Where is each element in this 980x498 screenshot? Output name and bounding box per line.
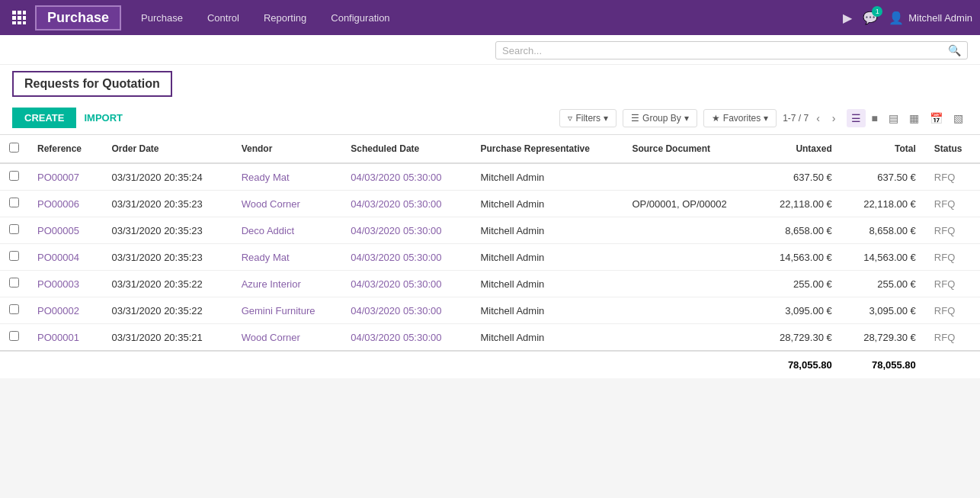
row-status: RFQ [925,271,980,297]
view-icons: ☰ ■ ▤ ▦ 📅 ▧ [847,109,968,127]
row-rep: Mitchell Admin [471,271,623,297]
row-reference[interactable]: PO00003 [28,271,102,297]
favorites-button[interactable]: ★ Favorites ▾ [703,109,777,127]
list-view-button[interactable]: ☰ [847,109,866,127]
calendar-view-button[interactable]: 📅 [925,109,947,127]
favorites-label: Favorites [723,113,761,124]
row-vendor[interactable]: Wood Corner [232,324,342,352]
grid-view-button[interactable]: ▤ [884,109,903,127]
row-source-doc [623,163,757,191]
pagination-text: 1-7 / 7 [783,113,809,124]
footer-spacer [0,351,757,378]
filters-label: Filters [575,113,600,124]
table-row[interactable]: PO00002 03/31/2020 20:35:22 Gemini Furni… [0,297,980,324]
row-vendor[interactable]: Ready Mat [232,163,342,191]
row-checkbox[interactable] [9,171,19,181]
row-untaxed: 3,095.00 € [757,297,841,324]
col-rep[interactable]: Purchase Representative [471,135,623,163]
chart-view-button[interactable]: ▦ [905,109,924,127]
row-checkbox-cell[interactable] [0,217,28,244]
filters-caret-icon: ▾ [604,113,608,124]
row-checkbox-cell[interactable] [0,297,28,324]
table-row[interactable]: PO00004 03/31/2020 20:35:23 Ready Mat 04… [0,244,980,271]
row-untaxed: 8,658.00 € [757,217,841,244]
col-total[interactable]: Total [841,135,925,163]
nav-configuration[interactable]: Configuration [326,9,394,27]
row-checkbox-cell[interactable] [0,324,28,352]
row-order-date: 03/31/2020 20:35:23 [102,191,232,217]
table-row[interactable]: PO00007 03/31/2020 20:35:24 Ready Mat 04… [0,163,980,191]
row-vendor[interactable]: Wood Corner [232,191,342,217]
row-checkbox[interactable] [9,331,19,341]
kanban-view-button[interactable]: ■ [867,109,882,127]
row-scheduled-date: 04/03/2020 05:30:00 [341,271,471,297]
row-vendor[interactable]: Azure Interior [232,271,342,297]
row-scheduled-date: 04/03/2020 05:30:00 [341,217,471,244]
row-status: RFQ [925,217,980,244]
row-reference[interactable]: PO00005 [28,217,102,244]
row-reference[interactable]: PO00001 [28,324,102,352]
row-reference[interactable]: PO00002 [28,297,102,324]
import-button[interactable]: IMPORT [84,112,123,124]
footer-total: 78,055.80 [841,351,925,378]
filters-button[interactable]: ▿ Filters ▾ [559,109,617,127]
nav-control[interactable]: Control [203,9,244,27]
row-checkbox-cell[interactable] [0,163,28,191]
user-menu[interactable]: 👤 Mitchell Admin [889,11,972,25]
table-row[interactable]: PO00005 03/31/2020 20:35:23 Deco Addict … [0,217,980,244]
pagination-prev[interactable]: ‹ [812,109,825,127]
groupby-button[interactable]: ☰ Group By ▾ [623,109,697,127]
col-vendor[interactable]: Vendor [232,135,342,163]
row-checkbox-cell[interactable] [0,271,28,297]
grid-menu-icon[interactable] [8,6,30,29]
row-checkbox[interactable] [9,224,19,234]
col-order-date[interactable]: Order Date [102,135,232,163]
table-row[interactable]: PO00001 03/31/2020 20:35:21 Wood Corner … [0,324,980,352]
pagination-next[interactable]: › [828,109,841,127]
row-checkbox[interactable] [9,278,19,288]
row-vendor[interactable]: Gemini Furniture [232,297,342,324]
chat-icon[interactable]: 💬 1 [863,11,878,25]
chat-badge: 1 [872,6,882,17]
col-status[interactable]: Status [925,135,980,163]
filter-icon: ▿ [568,113,572,124]
row-order-date: 03/31/2020 20:35:22 [102,297,232,324]
row-checkbox-cell[interactable] [0,244,28,271]
row-checkbox-cell[interactable] [0,191,28,217]
row-reference[interactable]: PO00007 [28,163,102,191]
row-reference[interactable]: PO00006 [28,191,102,217]
row-checkbox[interactable] [9,251,19,261]
row-scheduled-date: 04/03/2020 05:30:00 [341,191,471,217]
select-all-header[interactable] [0,135,28,163]
row-total: 637.50 € [841,163,925,191]
search-placeholder: Search... [502,45,948,56]
col-scheduled-date[interactable]: Scheduled Date [341,135,471,163]
row-checkbox[interactable] [9,304,19,314]
toolbar: CREATE IMPORT ▿ Filters ▾ ☰ Group By ▾ ★… [12,103,968,134]
row-status: RFQ [925,244,980,271]
nav-reporting[interactable]: Reporting [259,9,311,27]
svg-rect-3 [12,16,16,20]
app-brand[interactable]: Purchase [35,5,121,31]
search-button[interactable]: 🔍 [948,44,961,56]
nav-purchase[interactable]: Purchase [136,9,187,27]
table-row[interactable]: PO00003 03/31/2020 20:35:22 Azure Interi… [0,271,980,297]
row-checkbox[interactable] [9,198,19,207]
row-vendor[interactable]: Deco Addict [232,217,342,244]
svg-rect-5 [23,16,26,20]
row-reference[interactable]: PO00004 [28,244,102,271]
clock-icon[interactable]: ▶ [843,11,852,25]
col-untaxed[interactable]: Untaxed [757,135,841,163]
row-total: 3,095.00 € [841,297,925,324]
row-scheduled-date: 04/03/2020 05:30:00 [341,324,471,352]
row-rep: Mitchell Admin [471,297,623,324]
table-row[interactable]: PO00006 03/31/2020 20:35:23 Wood Corner … [0,191,980,217]
svg-rect-8 [23,21,26,24]
user-avatar-icon: 👤 [889,11,904,25]
col-source-doc[interactable]: Source Document [623,135,757,163]
create-button[interactable]: CREATE [12,108,76,128]
pivot-view-button[interactable]: ▧ [949,109,968,127]
col-reference[interactable]: Reference [28,135,102,163]
row-vendor[interactable]: Ready Mat [232,244,342,271]
select-all-checkbox[interactable] [9,143,19,153]
